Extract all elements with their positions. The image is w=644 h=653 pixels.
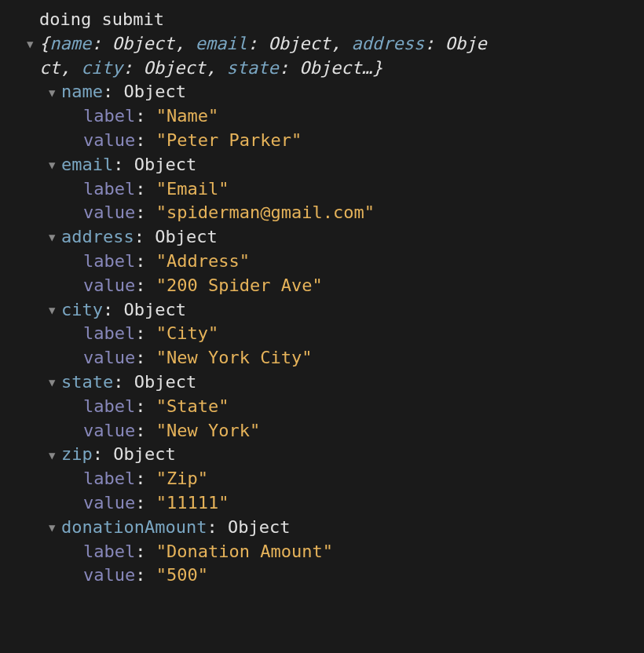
inner-key-value: value xyxy=(83,130,135,150)
inner-key-value: value xyxy=(83,493,135,513)
object-property[interactable]: name: Object xyxy=(39,80,605,104)
label-value: "Address" xyxy=(156,251,250,271)
close-brace: …} xyxy=(362,58,383,78)
property-key: zip xyxy=(61,444,93,464)
summary-key: city xyxy=(81,58,123,78)
property-label-row: label: "Email" xyxy=(39,177,605,202)
chevron-down-icon[interactable] xyxy=(49,303,61,319)
property-label-row: label: "Address" xyxy=(39,250,605,274)
property-value-row: value: "spiderman@gmail.com" xyxy=(39,201,605,225)
property-key: name xyxy=(61,82,103,101)
chevron-down-icon[interactable] xyxy=(49,375,61,391)
property-key: address xyxy=(61,227,134,246)
property-type: Object xyxy=(134,372,196,392)
chevron-down-icon[interactable] xyxy=(49,158,61,173)
label-value: "Zip" xyxy=(156,469,208,488)
summary-key: state xyxy=(226,58,278,78)
summary-value: Object xyxy=(268,34,330,53)
value-value: "200 Spider Ave" xyxy=(156,275,323,295)
property-type: Object xyxy=(155,227,217,246)
inner-key-value: value xyxy=(83,421,135,440)
object-property[interactable]: donationAmount: Object xyxy=(39,516,605,540)
summary-value: Object xyxy=(112,34,174,53)
value-value: "New York" xyxy=(156,421,260,440)
summary-value-partial: Obje xyxy=(445,34,487,53)
property-key: state xyxy=(61,372,113,392)
inner-key-label: label xyxy=(83,251,135,271)
inner-key-value: value xyxy=(83,275,135,295)
value-value: "Peter Parker" xyxy=(156,130,302,150)
label-value: "Donation Amount" xyxy=(156,542,333,561)
property-label-row: label: "State" xyxy=(39,395,605,419)
object-property[interactable]: city: Object xyxy=(39,298,605,323)
log-message-text: doing submit xyxy=(39,9,164,29)
property-label-row: label: "Zip" xyxy=(39,467,605,491)
inner-key-label: label xyxy=(83,396,135,416)
inner-key-value: value xyxy=(83,565,135,585)
inner-key-label: label xyxy=(83,106,135,126)
summary-key: address xyxy=(351,34,424,53)
object-property[interactable]: state: Object xyxy=(39,370,605,395)
open-brace: { xyxy=(39,34,49,53)
label-value: "State" xyxy=(156,396,229,416)
inner-key-label: label xyxy=(83,179,135,199)
value-value: "11111" xyxy=(156,493,229,513)
property-key: donationAmount xyxy=(61,517,207,537)
chevron-down-icon[interactable] xyxy=(49,86,61,101)
property-value-row: value: "200 Spider Ave" xyxy=(39,274,605,298)
value-value: "500" xyxy=(156,565,208,585)
label-value: "Name" xyxy=(156,106,218,126)
object-property[interactable]: email: Object xyxy=(39,153,605,177)
property-label-row: label: "City" xyxy=(39,322,605,346)
console-output: doing submit{name: Object, email: Object… xyxy=(39,8,605,588)
chevron-down-icon[interactable] xyxy=(49,520,61,536)
summary-value: Object xyxy=(299,58,361,78)
inner-key-label: label xyxy=(83,323,135,343)
summary-value-tail: ct xyxy=(39,58,60,78)
inner-key-value: value xyxy=(83,348,135,367)
property-value-row: value: "New York City" xyxy=(39,346,605,370)
object-summary-wrap[interactable]: ct, city: Object, state: Object…} xyxy=(39,57,605,81)
chevron-down-icon[interactable] xyxy=(49,448,61,464)
property-type: Object xyxy=(228,517,290,537)
label-value: "Email" xyxy=(156,179,229,199)
object-property[interactable]: zip: Object xyxy=(39,443,605,467)
chevron-down-icon[interactable] xyxy=(27,37,39,53)
property-type: Object xyxy=(134,155,196,174)
property-label-row: label: "Donation Amount" xyxy=(39,540,605,564)
summary-value: Object xyxy=(143,58,205,78)
property-value-row: value: "11111" xyxy=(39,491,605,516)
summary-key: email xyxy=(196,34,247,53)
property-value-row: value: "New York" xyxy=(39,419,605,443)
property-value-row: value: "500" xyxy=(39,564,605,588)
property-label-row: label: "Name" xyxy=(39,104,605,129)
inner-key-label: label xyxy=(83,469,135,488)
chevron-down-icon[interactable] xyxy=(49,230,61,246)
property-key: city xyxy=(61,300,103,319)
label-value: "City" xyxy=(156,323,218,343)
property-type: Object xyxy=(123,82,185,101)
inner-key-value: value xyxy=(83,202,135,222)
property-type: Object xyxy=(113,444,175,464)
summary-key: name xyxy=(49,34,91,53)
property-key: email xyxy=(61,155,113,174)
object-property[interactable]: address: Object xyxy=(39,225,605,250)
property-value-row: value: "Peter Parker" xyxy=(39,129,605,153)
property-type: Object xyxy=(123,300,185,319)
inner-key-label: label xyxy=(83,542,135,561)
value-value: "spiderman@gmail.com" xyxy=(156,202,375,222)
object-summary[interactable]: {name: Object, email: Object, address: O… xyxy=(39,32,605,57)
log-message: doing submit xyxy=(39,8,605,32)
value-value: "New York City" xyxy=(156,348,313,367)
